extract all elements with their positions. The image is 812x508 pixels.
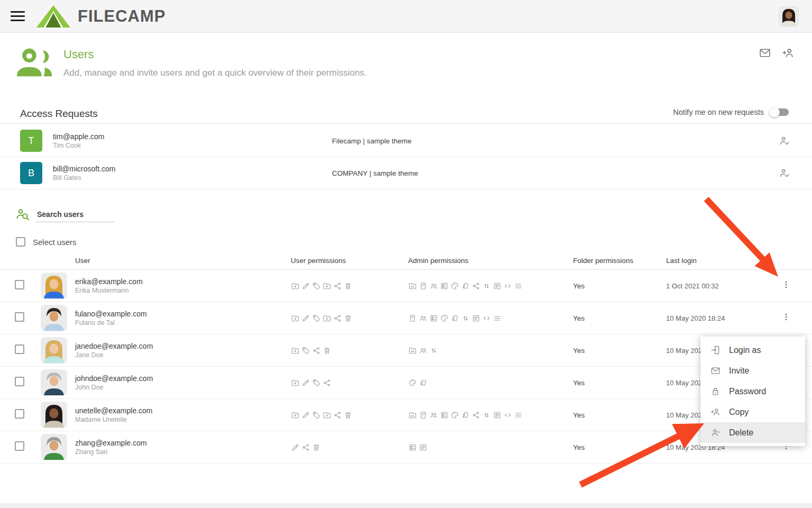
select-users-checkbox[interactable]: [16, 237, 25, 247]
user-name: John Doe: [75, 384, 291, 391]
delete-icon: [344, 282, 353, 291]
palette-icon: [440, 314, 449, 323]
share-icon: [333, 314, 342, 323]
col-admin-permissions: Admin permissions: [408, 257, 573, 265]
row-checkbox[interactable]: [15, 312, 24, 322]
user-permissions-cell: [291, 314, 408, 323]
row-checkbox[interactable]: [15, 441, 24, 451]
user-permissions-cell: [291, 411, 408, 420]
approve-request-button[interactable]: [778, 134, 791, 147]
user-row: unetelle@example.comMadame UnetelleYes10…: [0, 399, 812, 431]
menu-item-copy[interactable]: Copy: [700, 402, 805, 422]
mail-icon[interactable]: [758, 46, 772, 60]
form-icon: [440, 411, 449, 420]
share-icon: [312, 346, 321, 355]
admin-permissions-cell: [408, 282, 573, 291]
log-icon: [493, 282, 502, 291]
folder-add-icon: [322, 282, 331, 291]
sort-icon: [429, 346, 438, 355]
row-actions-kebab-icon[interactable]: [781, 280, 791, 292]
user-permissions-cell: [291, 346, 408, 355]
edit-icon: [301, 282, 310, 291]
delete-icon: [322, 346, 331, 355]
share-icon: [333, 282, 342, 291]
notify-toggle[interactable]: [771, 108, 789, 116]
menu-item-password[interactable]: Password: [700, 381, 805, 402]
palette-icon: [450, 282, 459, 291]
admin-permissions-cell: [408, 411, 573, 420]
themes-icon: [419, 378, 428, 387]
log-icon: [419, 443, 428, 452]
edit-icon: [301, 411, 310, 420]
select-users-label: Select users: [33, 238, 77, 247]
folder-permissions-value: Yes: [573, 379, 666, 387]
last-login-value: 10 May 2020 18:24: [666, 314, 781, 322]
user-avatar: [41, 305, 67, 331]
user-name: Fulano de Tal: [75, 319, 291, 326]
row-checkbox[interactable]: [15, 344, 24, 354]
user-permissions-cell: [291, 443, 408, 452]
person-add-icon[interactable]: [781, 46, 795, 60]
user-row: fulano@example.comFulano de TalYes10 May…: [0, 302, 812, 334]
menu-item-delete[interactable]: Delete: [700, 422, 805, 443]
person-add-icon[interactable]: [781, 46, 795, 60]
notify-control: Notify me on new requests: [673, 108, 789, 116]
user-avatar: [41, 434, 67, 460]
user-row: erika@example.comErika MustermannYes1 Oc…: [0, 270, 812, 302]
letter-avatar: T: [20, 130, 42, 152]
filecamp-logo[interactable]: FILECAMP: [36, 4, 165, 29]
approve-request-button[interactable]: [778, 167, 791, 179]
edit-icon: [301, 378, 310, 387]
col-user: User: [75, 257, 291, 265]
letter-avatar: B: [20, 162, 42, 184]
user-permissions-cell: [291, 378, 408, 387]
user-actions-context-menu: Login asInvitePasswordCopyDelete: [700, 337, 805, 446]
row-checkbox[interactable]: [15, 280, 24, 289]
lock-icon: [710, 386, 721, 397]
menu-item-login-as[interactable]: Login as: [700, 340, 805, 360]
user-email: fulano@example.com: [75, 310, 291, 318]
people-icon: [419, 314, 428, 323]
row-actions-kebab-icon[interactable]: [781, 312, 791, 324]
user-name: Madame Unetelle: [75, 416, 291, 423]
user-email: janedoe@example.com: [75, 342, 291, 350]
menu-item-invite[interactable]: Invite: [700, 360, 805, 381]
users-table-body: erika@example.comErika MustermannYes1 Oc…: [0, 270, 812, 464]
select-users-control[interactable]: Select users: [16, 237, 77, 247]
share-icon: [301, 443, 310, 452]
user-email: erika@example.com: [75, 277, 291, 286]
users-page-icon: [16, 44, 57, 80]
folder-image-icon: [408, 411, 417, 420]
form-icon: [440, 282, 449, 291]
account-avatar[interactable]: [779, 7, 798, 26]
delete-icon: [344, 314, 353, 323]
col-last-login: Last login: [666, 257, 781, 265]
people-icon: [419, 346, 428, 355]
user-email: unetelle@example.com: [75, 406, 291, 415]
tag-icon: [312, 314, 321, 323]
form-icon: [429, 314, 438, 323]
hamburger-menu-icon[interactable]: [11, 11, 25, 22]
access-request-list: Ttim@apple.comTim CookFilecamp | sample …: [0, 125, 812, 189]
row-checkbox[interactable]: [15, 409, 24, 419]
user-avatar: [41, 338, 67, 363]
mail-icon: [710, 365, 721, 376]
user-name: Zhang San: [75, 448, 291, 456]
mail-icon[interactable]: [758, 46, 772, 60]
user-search-icon: [15, 206, 31, 222]
page-title: Users: [63, 48, 94, 61]
admin-permissions-cell: [408, 314, 573, 323]
folder-download-icon: [291, 282, 300, 291]
sort-icon: [482, 411, 491, 420]
person-remove-icon: [710, 427, 721, 438]
user-email: johndoe@example.com: [75, 374, 291, 383]
notify-label: Notify me on new requests: [673, 108, 764, 116]
user-email: zhang@example.com: [75, 439, 291, 447]
folder-permissions-value: Yes: [573, 411, 666, 419]
tag-icon: [312, 378, 321, 387]
logo-tent-icon: [36, 4, 71, 29]
folder-download-icon: [291, 314, 300, 323]
search-input[interactable]: [36, 208, 114, 222]
row-checkbox[interactable]: [15, 377, 24, 386]
login-icon: [710, 344, 721, 356]
